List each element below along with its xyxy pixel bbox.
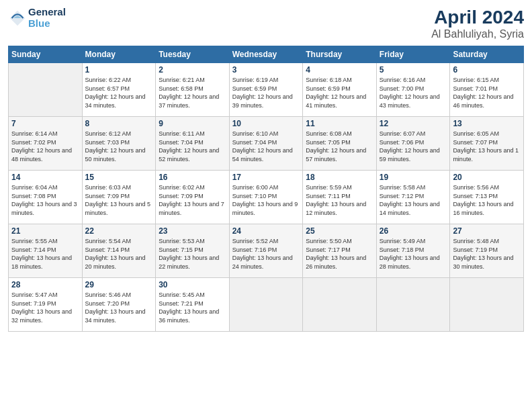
cell-content: Sunrise: 5:58 AMSunset: 7:12 PMDaylight:… (380, 183, 447, 217)
day-number: 27 (453, 226, 521, 236)
day-cell (9, 63, 83, 117)
sunrise-text: Sunrise: 5:49 AM (380, 237, 447, 246)
sunrise-text: Sunrise: 5:46 AM (85, 291, 153, 300)
sunset-text: Sunset: 7:11 PM (306, 192, 373, 201)
weekday-header-row: SundayMondayTuesdayWednesdayThursdayFrid… (9, 46, 524, 63)
cell-content: Sunrise: 5:56 AMSunset: 7:13 PMDaylight:… (453, 183, 521, 217)
sunrise-text: Sunrise: 6:05 AM (453, 130, 521, 138)
weekday-header-friday: Friday (376, 46, 450, 63)
day-cell: 26Sunrise: 5:49 AMSunset: 7:18 PMDayligh… (376, 224, 450, 278)
cell-content: Sunrise: 5:47 AMSunset: 7:19 PMDaylight:… (11, 291, 79, 324)
daylight-text: Daylight: 13 hours and 14 minutes. (380, 200, 447, 217)
day-number: 18 (306, 173, 373, 182)
day-cell: 1Sunrise: 6:22 AMSunset: 6:57 PMDaylight… (82, 63, 156, 117)
sunset-text: Sunset: 6:59 PM (232, 85, 300, 93)
sunset-text: Sunset: 7:04 PM (159, 138, 226, 147)
header-row: General Blue April 2024 Al Bahluliyah, S… (8, 7, 524, 40)
day-cell (450, 278, 524, 332)
sunrise-text: Sunrise: 5:52 AM (232, 237, 300, 246)
cell-content: Sunrise: 5:59 AMSunset: 7:11 PMDaylight:… (306, 183, 373, 217)
daylight-text: Daylight: 13 hours and 20 minutes. (85, 254, 153, 271)
daylight-text: Daylight: 12 hours and 57 minutes. (306, 146, 373, 163)
cell-content: Sunrise: 6:00 AMSunset: 7:10 PMDaylight:… (232, 183, 300, 217)
day-cell: 22Sunrise: 5:54 AMSunset: 7:14 PMDayligh… (82, 224, 156, 278)
sunset-text: Sunset: 7:20 PM (85, 300, 153, 308)
day-number: 26 (380, 226, 447, 236)
day-number: 8 (85, 119, 153, 128)
day-number: 9 (159, 119, 226, 128)
sunset-text: Sunset: 7:15 PM (159, 246, 226, 255)
sunrise-text: Sunrise: 6:03 AM (85, 183, 153, 192)
daylight-text: Daylight: 13 hours and 28 minutes. (380, 254, 447, 271)
day-number: 1 (85, 65, 153, 75)
day-number: 30 (159, 280, 226, 289)
daylight-text: Daylight: 13 hours and 16 minutes. (453, 200, 521, 217)
daylight-text: Daylight: 13 hours and 5 minutes. (85, 200, 153, 217)
cell-content: Sunrise: 5:50 AMSunset: 7:17 PMDaylight:… (306, 237, 373, 271)
cell-content: Sunrise: 6:05 AMSunset: 7:07 PMDaylight:… (453, 130, 521, 163)
daylight-text: Daylight: 12 hours and 34 minutes. (85, 93, 153, 109)
day-cell: 21Sunrise: 5:55 AMSunset: 7:14 PMDayligh… (9, 224, 83, 278)
main-container: General Blue April 2024 Al Bahluliyah, S… (0, 0, 532, 338)
sunset-text: Sunset: 7:18 PM (380, 246, 447, 255)
cell-content: Sunrise: 5:45 AMSunset: 7:21 PMDaylight:… (159, 291, 226, 324)
cell-content: Sunrise: 6:08 AMSunset: 7:05 PMDaylight:… (306, 130, 373, 163)
sunrise-text: Sunrise: 6:15 AM (453, 76, 521, 85)
daylight-text: Daylight: 13 hours and 18 minutes. (11, 254, 79, 271)
day-cell: 29Sunrise: 5:46 AMSunset: 7:20 PMDayligh… (82, 278, 156, 332)
day-cell: 3Sunrise: 6:19 AMSunset: 6:59 PMDaylight… (229, 63, 303, 117)
weekday-header-sunday: Sunday (9, 46, 83, 63)
sunset-text: Sunset: 7:04 PM (232, 138, 300, 147)
cell-content: Sunrise: 6:16 AMSunset: 7:00 PMDaylight:… (380, 76, 447, 109)
daylight-text: Daylight: 13 hours and 32 minutes. (11, 308, 79, 324)
day-cell: 9Sunrise: 6:11 AMSunset: 7:04 PMDaylight… (156, 117, 230, 171)
sunset-text: Sunset: 7:16 PM (232, 246, 300, 255)
cell-content: Sunrise: 6:07 AMSunset: 7:06 PMDaylight:… (380, 130, 447, 163)
cell-content: Sunrise: 6:02 AMSunset: 7:09 PMDaylight:… (159, 183, 226, 217)
sunrise-text: Sunrise: 5:50 AM (306, 237, 373, 246)
sunset-text: Sunset: 7:08 PM (11, 192, 79, 201)
sunset-text: Sunset: 7:09 PM (85, 192, 153, 201)
sunset-text: Sunset: 7:07 PM (453, 138, 521, 147)
sunrise-text: Sunrise: 6:10 AM (232, 130, 300, 138)
sunset-text: Sunset: 7:02 PM (11, 138, 79, 147)
weekday-header-monday: Monday (82, 46, 156, 63)
week-row-1: 1Sunrise: 6:22 AMSunset: 6:57 PMDaylight… (9, 63, 524, 117)
day-cell: 30Sunrise: 5:45 AMSunset: 7:21 PMDayligh… (156, 278, 230, 332)
cell-content: Sunrise: 5:46 AMSunset: 7:20 PMDaylight:… (85, 291, 153, 324)
day-number: 3 (232, 65, 300, 75)
sunrise-text: Sunrise: 5:59 AM (306, 183, 373, 192)
sunrise-text: Sunrise: 5:55 AM (11, 237, 79, 246)
day-number: 14 (11, 173, 79, 182)
sunrise-text: Sunrise: 5:58 AM (380, 183, 447, 192)
cell-content: Sunrise: 5:53 AMSunset: 7:15 PMDaylight:… (159, 237, 226, 271)
cell-content: Sunrise: 5:49 AMSunset: 7:18 PMDaylight:… (380, 237, 447, 271)
day-cell: 14Sunrise: 6:04 AMSunset: 7:08 PMDayligh… (9, 171, 83, 224)
day-cell (229, 278, 303, 332)
day-number: 28 (11, 280, 79, 289)
sunrise-text: Sunrise: 6:12 AM (85, 130, 153, 138)
sunrise-text: Sunrise: 6:14 AM (11, 130, 79, 138)
daylight-text: Daylight: 13 hours and 9 minutes. (232, 200, 300, 217)
day-number: 20 (453, 173, 521, 182)
day-cell: 10Sunrise: 6:10 AMSunset: 7:04 PMDayligh… (229, 117, 303, 171)
daylight-text: Daylight: 12 hours and 39 minutes. (232, 93, 300, 109)
sunset-text: Sunset: 7:09 PM (159, 192, 226, 201)
daylight-text: Daylight: 12 hours and 41 minutes. (306, 93, 373, 109)
cell-content: Sunrise: 5:55 AMSunset: 7:14 PMDaylight:… (11, 237, 79, 271)
sunrise-text: Sunrise: 6:07 AM (380, 130, 447, 138)
sunset-text: Sunset: 7:14 PM (11, 246, 79, 255)
day-cell: 13Sunrise: 6:05 AMSunset: 7:07 PMDayligh… (450, 117, 524, 171)
day-number: 12 (380, 119, 447, 128)
sunrise-text: Sunrise: 6:02 AM (159, 183, 226, 192)
cell-content: Sunrise: 6:12 AMSunset: 7:03 PMDaylight:… (85, 130, 153, 163)
day-number: 10 (232, 119, 300, 128)
daylight-text: Daylight: 13 hours and 24 minutes. (232, 254, 300, 271)
daylight-text: Daylight: 13 hours and 12 minutes. (306, 200, 373, 217)
sunset-text: Sunset: 7:12 PM (380, 192, 447, 201)
month-title: April 2024 (431, 7, 524, 28)
daylight-text: Daylight: 12 hours and 43 minutes. (380, 93, 447, 109)
day-cell: 4Sunrise: 6:18 AMSunset: 6:59 PMDaylight… (303, 63, 377, 117)
day-cell: 2Sunrise: 6:21 AMSunset: 6:58 PMDaylight… (156, 63, 230, 117)
day-number: 21 (11, 226, 79, 236)
